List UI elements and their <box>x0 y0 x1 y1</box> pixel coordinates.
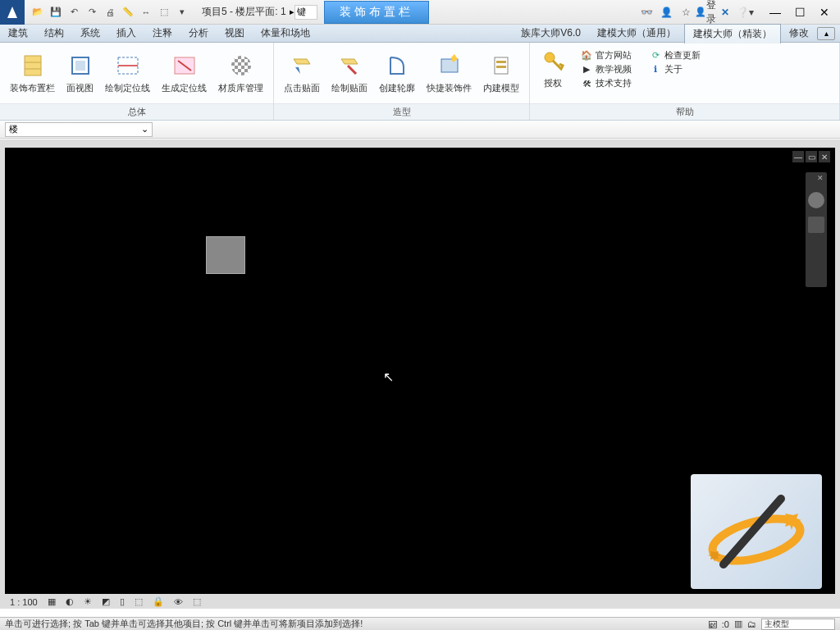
tab-modify[interactable]: 修改 <box>781 24 817 43</box>
steering-wheel-icon[interactable] <box>808 192 824 208</box>
save-icon[interactable]: 💾 <box>48 4 64 21</box>
panel-icon <box>20 52 46 79</box>
login-button[interactable]: 👤 登录 <box>697 4 714 21</box>
clickface-icon <box>289 52 315 79</box>
type-selector[interactable]: 楼 ⌄ <box>5 122 153 137</box>
reveal-icon[interactable]: ⬚ <box>189 596 204 607</box>
star-icon[interactable]: ☆ <box>678 4 694 21</box>
workset-icon[interactable]: 🗂 <box>747 619 756 629</box>
link-video[interactable]: ▶教学视频 <box>581 63 632 75</box>
selected-element[interactable] <box>206 236 245 274</box>
btn-quick-decor[interactable]: 快捷装饰件 <box>423 51 475 96</box>
ribbon-group-overall: 装饰布置栏 面视图 绘制定位线 生成定位线 材质库管理 总体 <box>0 43 274 120</box>
tab-structure[interactable]: 结构 <box>36 24 72 43</box>
view-input-wrap: ▸ <box>290 5 317 20</box>
crop-icon[interactable]: ▯ <box>116 596 128 607</box>
tab-analyze[interactable]: 分析 <box>180 24 217 43</box>
btn-label: 绘制贴面 <box>331 82 368 94</box>
navigation-bar[interactable]: ✕ <box>806 172 827 287</box>
workset-label: 主模型 <box>765 619 789 630</box>
link-label: 官方网站 <box>596 49 632 62</box>
revit-icon <box>5 5 20 20</box>
print-icon[interactable]: 🖨 <box>102 4 118 21</box>
status-bar: 单击可进行选择; 按 Tab 键并单击可选择其他项目; 按 Ctrl 键并单击可… <box>0 617 840 630</box>
minimize-button[interactable]: — <box>763 2 788 22</box>
btn-label: 快捷装饰件 <box>427 82 472 94</box>
workset-selector[interactable]: 主模型 <box>761 619 835 630</box>
tab-architecture[interactable]: 建筑 <box>0 24 36 43</box>
tab-annotate[interactable]: 注释 <box>144 24 180 43</box>
status-hint: 单击可进行选择; 按 Tab 键并单击可选择其他项目; 按 Ctrl 键并单击可… <box>5 618 363 630</box>
scale-button[interactable]: 1 : 100 <box>7 597 41 607</box>
ribbon-tooltip: 装饰布置栏 <box>324 1 429 24</box>
app-icon[interactable] <box>0 0 25 25</box>
tab-massing[interactable]: 体量和场地 <box>253 24 318 43</box>
key-icon <box>540 48 566 74</box>
nav-close-icon[interactable]: ✕ <box>817 174 825 182</box>
dimension-icon[interactable]: ↔ <box>138 4 154 21</box>
close-button[interactable]: ✕ <box>812 2 837 22</box>
tab-model-fine[interactable]: 建模大师（精装） <box>684 24 781 43</box>
tab-family[interactable]: 族库大师V6.0 <box>513 24 589 43</box>
link-label: 技术支持 <box>596 77 632 89</box>
help-links-1: 🏠官方网站 ▶教学视频 🛠技术支持 <box>574 46 638 93</box>
btn-label: 创建轮廓 <box>379 82 415 94</box>
link-label: 关于 <box>664 63 682 75</box>
view-close-icon[interactable]: ✕ <box>819 151 830 162</box>
exchange-icon[interactable]: ✕ <box>717 4 733 21</box>
lock-icon[interactable]: 🔒 <box>149 596 167 607</box>
redo-icon[interactable]: ↷ <box>84 4 100 21</box>
measure-icon[interactable]: 📏 <box>120 4 136 21</box>
svg-rect-14 <box>496 61 506 63</box>
maximize-button[interactable]: ☐ <box>788 2 812 22</box>
visual-style-icon[interactable]: ◐ <box>62 596 77 607</box>
pan-icon[interactable] <box>808 217 824 233</box>
link-about[interactable]: ℹ关于 <box>650 63 701 75</box>
link-support[interactable]: 🛠技术支持 <box>581 77 632 89</box>
btn-face-view[interactable]: 面视图 <box>63 51 97 96</box>
help-icon[interactable]: ❔▾ <box>737 4 753 21</box>
ribbon-group-shape: 点击贴面 绘制贴面 创建轮廓 快捷装饰件 内建模型 造型 <box>274 43 530 120</box>
btn-draw-face[interactable]: 绘制贴面 <box>328 51 371 96</box>
binoculars-icon[interactable]: 👓 <box>638 4 655 21</box>
btn-gen-locline[interactable]: 生成定位线 <box>158 51 210 96</box>
btn-label: 绘制定位线 <box>105 82 150 94</box>
tab-view[interactable]: 视图 <box>217 24 253 43</box>
view-min-icon[interactable]: — <box>792 151 804 162</box>
filter-icon[interactable]: ▥ <box>734 619 742 629</box>
btn-label: 材质库管理 <box>218 82 263 94</box>
undo-icon[interactable]: ↶ <box>66 4 82 21</box>
tab-systems[interactable]: 系统 <box>72 24 108 43</box>
sun-path-icon[interactable]: ☀ <box>80 596 95 607</box>
selection-count: :0 <box>722 619 729 629</box>
btn-label: 面视图 <box>66 82 94 94</box>
crop-show-icon[interactable]: ⬚ <box>131 596 146 607</box>
shadows-icon[interactable]: ◩ <box>98 596 113 607</box>
search-input[interactable] <box>294 5 317 20</box>
tab-insert[interactable]: 插入 <box>108 24 144 43</box>
view-max-icon[interactable]: ▭ <box>806 151 817 162</box>
btn-material-lib[interactable]: 材质库管理 <box>215 51 267 96</box>
link-update[interactable]: ⟳检查更新 <box>650 49 701 62</box>
btn-create-profile[interactable]: 创建轮廓 <box>376 51 418 96</box>
title-bar: 📂 💾 ↶ ↷ 🖨 📏 ↔ ⬚ ▾ 项目5 - 楼层平面: 1 ▸ 装饰布置栏 … <box>0 0 840 25</box>
tab-model-general[interactable]: 建模大师（通用） <box>589 24 684 43</box>
btn-authorize[interactable]: 授权 <box>536 46 569 91</box>
temp-hide-icon[interactable]: 👁 <box>171 597 186 607</box>
user-icon[interactable]: 👤 <box>658 4 674 21</box>
open-icon[interactable]: 📂 <box>30 4 46 21</box>
status-icon-1[interactable]: 🗟 <box>708 619 717 629</box>
sync-icon[interactable]: ⬚ <box>156 4 172 21</box>
drawing-canvas[interactable]: — ▭ ✕ ✕ ↖ <box>5 148 835 594</box>
btn-click-face[interactable]: 点击贴面 <box>281 51 323 96</box>
document-title: 项目5 - 楼层平面: 1 <box>202 5 286 19</box>
qat-dropdown-icon[interactable]: ▾ <box>174 4 190 21</box>
btn-decor-panel[interactable]: 装饰布置栏 <box>7 51 58 96</box>
btn-inplace-model[interactable]: 内建模型 <box>480 51 523 96</box>
link-website[interactable]: 🏠官方网站 <box>581 49 632 62</box>
btn-draw-locline[interactable]: 绘制定位线 <box>102 51 153 96</box>
ribbon-collapse-icon[interactable]: ▴ <box>817 27 835 40</box>
btn-label: 点击贴面 <box>284 82 320 94</box>
ribbon-group-help: 授权 🏠官方网站 ▶教学视频 🛠技术支持 ⟳检查更新 ℹ关于 帮助 <box>530 43 840 120</box>
detail-level-icon[interactable]: ▦ <box>44 596 59 607</box>
